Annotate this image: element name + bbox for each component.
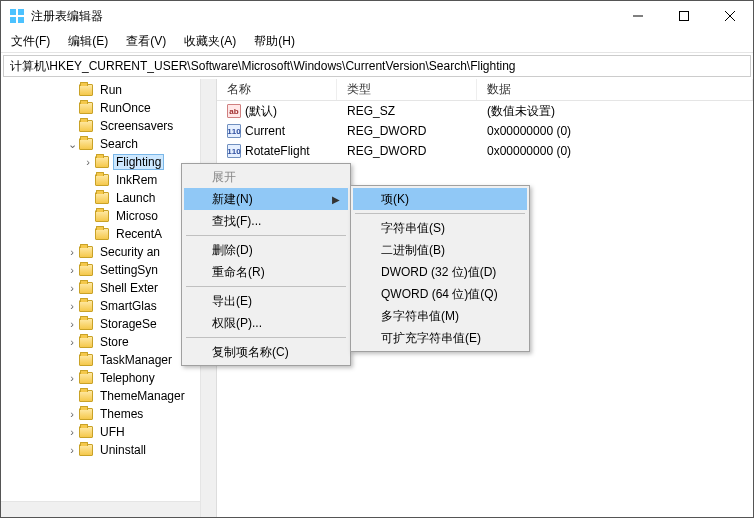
tree-label: Search [97,137,141,151]
expand-toggle-icon[interactable]: › [81,156,95,168]
ctx-new-dword[interactable]: DWORD (32 位)值(D) [353,261,527,283]
col-data[interactable]: 数据 [477,79,753,100]
col-name[interactable]: 名称 [217,79,337,100]
tree-item[interactable]: Screensavers [1,117,216,135]
title-bar: 注册表编辑器 [1,1,753,31]
menu-help[interactable]: 帮助(H) [250,31,299,52]
ctx-new-binary[interactable]: 二进制值(B) [353,239,527,261]
close-button[interactable] [707,1,753,31]
ctx-rename[interactable]: 重命名(R) [184,261,348,283]
tree-label: Telephony [97,371,158,385]
folder-icon [79,246,93,258]
tree-item[interactable]: ›Themes [1,405,216,423]
list-row[interactable]: 110CurrentREG_DWORD0x00000000 (0) [217,121,753,141]
tree-label: Store [97,335,132,349]
folder-icon [79,120,93,132]
tree-label: Microso [113,209,161,223]
folder-icon [95,192,109,204]
svg-rect-2 [10,17,16,23]
folder-icon [79,426,93,438]
col-type[interactable]: 类型 [337,79,477,100]
tree-label: Flighting [113,154,164,170]
separator [355,213,525,214]
tree-label: SmartGlas [97,299,160,313]
value-type: REG_DWORD [337,124,477,138]
expand-toggle-icon[interactable]: › [65,282,79,294]
ctx-new-multistring[interactable]: 多字符串值(M) [353,305,527,327]
tree-item[interactable]: ›UFH [1,423,216,441]
ctx-new-expandstring[interactable]: 可扩充字符串值(E) [353,327,527,349]
tree-label: Run [97,83,125,97]
expand-toggle-icon[interactable]: › [65,264,79,276]
separator [186,286,346,287]
tree-label: StorageSe [97,317,160,331]
app-icon [9,8,25,24]
value-type: REG_DWORD [337,144,477,158]
folder-icon [79,390,93,402]
ctx-new-qword[interactable]: QWORD (64 位)值(Q) [353,283,527,305]
tree-hscrollbar[interactable] [1,501,200,517]
value-dw-icon: 110 [227,124,241,138]
expand-toggle-icon[interactable]: ⌄ [65,138,79,151]
ctx-permissions[interactable]: 权限(P)... [184,312,348,334]
tree-label: Shell Exter [97,281,161,295]
expand-toggle-icon[interactable]: › [65,372,79,384]
context-menu: 展开 新建(N)▶ 查找(F)... 删除(D) 重命名(R) 导出(E) 权限… [181,163,351,366]
tree-label: ThemeManager [97,389,188,403]
minimize-button[interactable] [615,1,661,31]
menu-edit[interactable]: 编辑(E) [64,31,112,52]
tree-item[interactable]: ⌄Search [1,135,216,153]
folder-icon [79,102,93,114]
value-name: (默认) [245,103,277,120]
folder-icon [79,354,93,366]
tree-label: Themes [97,407,146,421]
tree-item[interactable]: ›Telephony [1,369,216,387]
tree-label: SettingSyn [97,263,161,277]
maximize-button[interactable] [661,1,707,31]
expand-toggle-icon[interactable]: › [65,336,79,348]
folder-icon [79,84,93,96]
ctx-export[interactable]: 导出(E) [184,290,348,312]
expand-toggle-icon[interactable]: › [65,318,79,330]
menu-view[interactable]: 查看(V) [122,31,170,52]
folder-icon [79,444,93,456]
ctx-new-string[interactable]: 字符串值(S) [353,217,527,239]
ctx-new[interactable]: 新建(N)▶ [184,188,348,210]
value-data: 0x00000000 (0) [477,144,753,158]
list-row[interactable]: 110RotateFlightREG_DWORD0x00000000 (0) [217,141,753,161]
tree-label: RecentA [113,227,165,241]
folder-icon [79,282,93,294]
folder-icon [79,300,93,312]
menu-file[interactable]: 文件(F) [7,31,54,52]
ctx-delete[interactable]: 删除(D) [184,239,348,261]
address-text: 计算机\HKEY_CURRENT_USER\Software\Microsoft… [10,58,516,75]
ctx-expand[interactable]: 展开 [184,166,348,188]
folder-icon [79,318,93,330]
address-bar[interactable]: 计算机\HKEY_CURRENT_USER\Software\Microsoft… [3,55,751,77]
menu-favorites[interactable]: 收藏夹(A) [180,31,240,52]
list-row[interactable]: ab(默认)REG_SZ(数值未设置) [217,101,753,121]
expand-toggle-icon[interactable]: › [65,246,79,258]
expand-toggle-icon[interactable]: › [65,444,79,456]
tree-label: Screensavers [97,119,176,133]
folder-icon [95,228,109,240]
expand-toggle-icon[interactable]: › [65,300,79,312]
tree-label: Security an [97,245,163,259]
expand-toggle-icon[interactable]: › [65,426,79,438]
ctx-new-key[interactable]: 项(K) [353,188,527,210]
value-name: Current [245,124,285,138]
tree-label: UFH [97,425,128,439]
ctx-copy-keyname[interactable]: 复制项名称(C) [184,341,348,363]
tree-item[interactable]: ThemeManager [1,387,216,405]
tree-item[interactable]: ›Uninstall [1,441,216,459]
submenu-arrow-icon: ▶ [332,194,340,205]
tree-label: TaskManager [97,353,175,367]
context-submenu-new: 项(K) 字符串值(S) 二进制值(B) DWORD (32 位)值(D) QW… [350,185,530,352]
tree-item[interactable]: RunOnce [1,99,216,117]
ctx-find[interactable]: 查找(F)... [184,210,348,232]
folder-icon [79,372,93,384]
window-title: 注册表编辑器 [31,8,615,25]
expand-toggle-icon[interactable]: › [65,408,79,420]
tree-item[interactable]: Run [1,81,216,99]
folder-icon [79,336,93,348]
